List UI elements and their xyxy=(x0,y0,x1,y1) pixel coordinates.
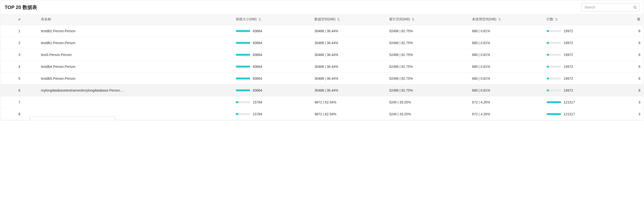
progress-bar xyxy=(546,113,561,115)
col-header-table-name[interactable]: 表名称 xyxy=(38,14,233,25)
progress-bar xyxy=(546,101,561,103)
progress-bar xyxy=(236,66,250,68)
cell-index: 4 xyxy=(1,61,38,73)
cell-row-count: 121317 xyxy=(544,96,618,108)
cell-index: 6 xyxy=(1,84,38,96)
progress-bar xyxy=(546,30,561,32)
svg-line-1 xyxy=(636,8,636,9)
cell-row-count: 19972 xyxy=(544,25,618,37)
cell-index: 2 xyxy=(1,37,38,49)
svg-point-0 xyxy=(634,6,636,8)
cell-reserved: 15784 xyxy=(233,108,312,120)
progress-bar xyxy=(236,78,250,80)
panel-header: TOP 20 数据表 xyxy=(1,1,643,14)
col-header-data-space[interactable]: 数据空间(MB) xyxy=(312,14,386,25)
table-row[interactable]: 5 testdb5.Person.Person 83664 30488 | 36… xyxy=(1,73,643,84)
cell-index: 7 xyxy=(1,96,38,108)
cell-data-space: 30488 | 36.44% xyxy=(312,73,386,84)
col-header-reserved[interactable]: 保留大小(MB) xyxy=(233,14,312,25)
sort-icon xyxy=(498,18,501,21)
progress-bar xyxy=(236,101,250,103)
search-icon[interactable] xyxy=(633,5,637,9)
progress-bar xyxy=(546,42,561,44)
top-tables-panel: TOP 20 数据表 # 表名称 保留大小(MB) 数据空间(MB xyxy=(0,0,644,120)
table-row[interactable]: 7 15784 9872 | 62.54% 5240 | 33.20% 672 … xyxy=(1,96,643,108)
table-row[interactable]: 4 testdb4.Person.Person 83664 30488 | 36… xyxy=(1,61,643,73)
cell-table-name: testdb5.Person.Person xyxy=(38,73,233,84)
col-header-truncated[interactable]: 索 xyxy=(618,14,643,25)
col-header-index-space[interactable]: 索引空间(MB) xyxy=(386,14,469,25)
cell-truncated: 8 xyxy=(618,61,643,73)
table-row[interactable]: 3 test3.Person.Person 83664 30488 | 36.4… xyxy=(1,49,643,61)
cell-index-space: 52496 | 62.75% xyxy=(386,84,469,96)
cell-index-space: 52496 | 62.75% xyxy=(386,61,469,73)
cell-truncated: 3 xyxy=(618,96,643,108)
cell-table-name: testdb1.Person.Person xyxy=(38,37,233,49)
cell-index: 5 xyxy=(1,73,38,84)
data-table: # 表名称 保留大小(MB) 数据空间(MB) 索引空间(MB) xyxy=(1,14,643,120)
table-name-tooltip: mylongdatabasetestnameokmylongdatabase.P… xyxy=(30,116,115,120)
progress-bar xyxy=(546,66,561,68)
search-container xyxy=(581,3,640,12)
cell-index-space: 52496 | 62.75% xyxy=(386,37,469,49)
cell-table-name: mylongdatabasetestnameokmylongdatabase.P… xyxy=(38,84,233,96)
cell-unused-space: 680 | 0.81% xyxy=(469,61,544,73)
cell-truncated: 8 xyxy=(618,25,643,37)
cell-unused-space: 680 | 0.81% xyxy=(469,84,544,96)
progress-bar xyxy=(236,42,250,44)
cell-reserved: 83664 xyxy=(233,25,312,37)
progress-bar xyxy=(236,54,250,56)
table-row[interactable]: 2 testdb1.Person.Person 83664 30488 | 36… xyxy=(1,37,643,49)
cell-unused-space: 680 | 0.81% xyxy=(469,37,544,49)
table-header-row: # 表名称 保留大小(MB) 数据空间(MB) 索引空间(MB) xyxy=(1,14,643,25)
cell-row-count: 19972 xyxy=(544,61,618,73)
cell-data-space: 9872 | 62.54% xyxy=(312,96,386,108)
col-header-index[interactable]: # xyxy=(1,14,38,25)
table-row[interactable]: 6 mylongdatabasetestnameokmylongdatabase… xyxy=(1,84,643,96)
progress-bar xyxy=(546,54,561,56)
col-header-row-count[interactable]: 行数 xyxy=(544,14,618,25)
panel-title: TOP 20 数据表 xyxy=(4,4,37,11)
cell-row-count: 19972 xyxy=(544,73,618,84)
cell-reserved: 83664 xyxy=(233,73,312,84)
cell-table-name xyxy=(38,96,233,108)
cell-index: 3 xyxy=(1,49,38,61)
sort-icon xyxy=(258,18,261,21)
cell-index-space: 52496 | 62.75% xyxy=(386,49,469,61)
cell-truncated: 8 xyxy=(618,49,643,61)
col-header-unused-space[interactable]: 未使用空间(MB) xyxy=(469,14,544,25)
cell-truncated: 8 xyxy=(618,73,643,84)
cell-index-space: 52496 | 62.75% xyxy=(386,73,469,84)
sort-icon xyxy=(412,18,414,21)
cell-unused-space: 680 | 0.81% xyxy=(469,25,544,37)
cell-data-space: 30488 | 36.44% xyxy=(312,84,386,96)
cell-row-count: 19972 xyxy=(544,37,618,49)
cell-index: 1 xyxy=(1,25,38,37)
cell-index-space: 52496 | 62.75% xyxy=(386,25,469,37)
cell-table-name: testdb2.Person.Person xyxy=(38,25,233,37)
cell-data-space: 30488 | 36.44% xyxy=(312,25,386,37)
cell-row-count: 19972 xyxy=(544,49,618,61)
cell-reserved: 83664 xyxy=(233,84,312,96)
cell-unused-space: 672 | 4.26% xyxy=(469,96,544,108)
progress-bar xyxy=(546,90,561,91)
table-row[interactable]: 1 testdb2.Person.Person 83664 30488 | 36… xyxy=(1,25,643,37)
cell-reserved: 83664 xyxy=(233,49,312,61)
cell-unused-space: 672 | 4.26% xyxy=(469,108,544,120)
progress-bar xyxy=(546,78,561,80)
cell-index-space: 5240 | 33.20% xyxy=(386,108,469,120)
cell-table-name: testdb4.Person.Person xyxy=(38,61,233,73)
cell-unused-space: 680 | 0.81% xyxy=(469,49,544,61)
cell-truncated: 3 xyxy=(618,108,643,120)
cell-row-count: 121317 xyxy=(544,108,618,120)
cell-reserved: 83664 xyxy=(233,37,312,49)
cell-data-space: 30488 | 36.44% xyxy=(312,61,386,73)
cell-data-space: 9872 | 62.54% xyxy=(312,108,386,120)
cell-unused-space: 680 | 0.81% xyxy=(469,73,544,84)
search-input[interactable] xyxy=(581,3,640,12)
progress-bar xyxy=(236,30,250,32)
progress-bar xyxy=(236,113,250,115)
cell-reserved: 15784 xyxy=(233,96,312,108)
sort-icon xyxy=(337,18,340,21)
sort-icon xyxy=(555,18,558,21)
